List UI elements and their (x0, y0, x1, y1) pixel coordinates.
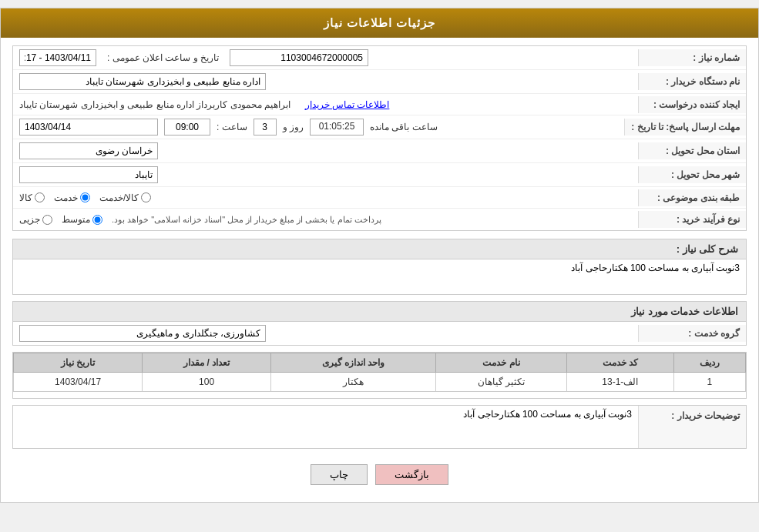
page-wrapper: جزئیات اطلاعات نیاز شماره نیاز : تاریخ و… (0, 8, 759, 503)
announcement-input[interactable] (19, 49, 96, 66)
city-label: شهر محل تحویل : (638, 166, 746, 183)
province-label: استان محل تحویل : (638, 142, 746, 159)
row-buyer-org: نام دستگاه خریدار : (13, 70, 746, 94)
td-row-num: 1 (673, 373, 745, 392)
th-service-name: نام خدمت (436, 353, 567, 373)
province-value-cell (13, 139, 638, 162)
th-date: تاریخ نیاز (14, 353, 143, 373)
th-row-num: ردیف (673, 353, 745, 373)
buyer-org-label: نام دستگاه خریدار : (638, 73, 746, 90)
province-input[interactable] (19, 142, 158, 159)
category-radio-group: کالا/خدمت خدمت کالا (19, 192, 151, 203)
need-summary-area: 3نوبت آبیاری به مساحت 100 هکتارحاجی آباد (12, 259, 747, 295)
need-number-value-cell: تاریخ و ساعت اعلان عمومی : (13, 46, 638, 69)
need-summary-title: شرح کلی نیاز : (12, 239, 747, 259)
announcement-label: تاریخ و ساعت اعلان عمومی : (107, 52, 219, 63)
deadline-remaining-display: 01:05:25 (310, 119, 364, 136)
td-qty: 100 (143, 373, 271, 392)
buyer-description-label: توضیحات خریدار : (638, 406, 746, 448)
radio-kala-label: کالا (19, 192, 32, 203)
radio-jozi-input[interactable] (42, 215, 52, 225)
row-requester: ایجاد کننده درخواست : اطلاعات تماس خریدا… (13, 94, 746, 115)
table-row: 1 الف-1-13 تکثیر گیاهان هکتار 100 1403/0… (14, 373, 746, 392)
category-value-cell: کالا/خدمت خدمت کالا (13, 189, 638, 206)
print-button[interactable]: چاپ (311, 464, 368, 485)
service-group-label: گروه خدمت : (638, 325, 746, 342)
radio-khadamat-label: خدمت (54, 192, 78, 203)
page-header: جزئیات اطلاعات نیاز (1, 8, 758, 38)
row-purchase-type: نوع فرآیند خرید : پرداخت تمام یا بخشی از… (13, 209, 746, 230)
deadline-date-input[interactable] (19, 119, 158, 136)
th-service-code: کد خدمت (566, 353, 673, 373)
requester-value: ابراهیم محمودی کاربرداز اداره منابع طبیع… (19, 99, 291, 110)
purchase-note: پرداخت تمام یا بخشی از مبلغ خریدار از مح… (112, 215, 381, 225)
radio-kala-khadamat-input[interactable] (141, 192, 151, 202)
service-table-header-row: ردیف کد خدمت نام خدمت واحد اندازه گیری ت… (14, 353, 746, 373)
deadline-label: مهلت ارسال پاسخ: تا تاریخ : (624, 119, 746, 136)
td-service-code: الف-1-13 (566, 373, 673, 392)
info-section: شماره نیاز : تاریخ و ساعت اعلان عمومی : … (12, 45, 747, 231)
radio-khadamat: خدمت (54, 192, 90, 203)
service-table-wrapper: ردیف کد خدمت نام خدمت واحد اندازه گیری ت… (12, 352, 747, 399)
buyer-description-area: توضیحات خریدار : 3نوبت آبیاری به مساحت 1… (12, 405, 747, 449)
services-section-title: اطلاعات خدمات مورد نیاز (12, 301, 747, 321)
service-group-info-row: گروه خدمت : (13, 322, 746, 345)
purchase-type-value-cell: پرداخت تمام یا بخشی از مبلغ خریدار از مح… (13, 211, 638, 228)
row-deadline: مهلت ارسال پاسخ: تا تاریخ : ساعت باقی ما… (13, 115, 746, 139)
purchase-radio-group: پرداخت تمام یا بخشی از مبلغ خریدار از مح… (19, 214, 389, 225)
deadline-remaining-label: ساعت باقی مانده (370, 122, 438, 132)
radio-kala-input[interactable] (35, 192, 45, 202)
radio-kala: کالا (19, 192, 45, 203)
radio-kala-khadamat: کالا/خدمت (99, 192, 151, 203)
deadline-datetime-row: ساعت باقی مانده 01:05:25 روز و ساعت : (19, 119, 618, 136)
buyer-description-textarea[interactable]: 3نوبت آبیاری به مساحت 100 هکتارحاجی آباد (13, 406, 638, 448)
td-service-name: تکثیر گیاهان (436, 373, 567, 392)
need-summary-textarea[interactable]: 3نوبت آبیاری به مساحت 100 هکتارحاجی آباد (13, 259, 746, 294)
deadline-days-input[interactable] (254, 119, 277, 136)
main-content: شماره نیاز : تاریخ و ساعت اعلان عمومی : … (1, 38, 758, 502)
radio-khadamat-input[interactable] (80, 192, 90, 202)
requester-value-cell: اطلاعات تماس خریدار ابراهیم محمودی کاربر… (13, 96, 638, 113)
radio-motavaset-input[interactable] (92, 215, 102, 225)
buyer-org-input[interactable] (19, 73, 266, 90)
row-city: شهر محل تحویل : (13, 163, 746, 187)
deadline-time-input[interactable] (164, 119, 210, 136)
need-number-input[interactable] (230, 49, 368, 66)
radio-motavaset-label: متوسط (62, 214, 90, 225)
deadline-time-label: ساعت : (217, 122, 247, 132)
td-date: 1403/04/17 (14, 373, 143, 392)
td-unit: هکتار (271, 373, 436, 392)
row-need-number: شماره نیاز : تاریخ و ساعت اعلان عمومی : (13, 46, 746, 70)
radio-jozi-label: جزیی (19, 214, 40, 225)
th-unit: واحد اندازه گیری (271, 353, 436, 373)
category-label: طبقه بندی موضوعی : (638, 189, 746, 206)
deadline-value-cell: ساعت باقی مانده 01:05:25 روز و ساعت : (13, 115, 624, 139)
row-province: استان محل تحویل : (13, 139, 746, 163)
radio-jozi: جزیی (19, 214, 52, 225)
radio-motavaset: متوسط (62, 214, 102, 225)
buyer-org-value-cell (13, 70, 638, 93)
page-title: جزئیات اطلاعات نیاز (324, 16, 435, 29)
th-qty: تعداد / مقدار (143, 353, 271, 373)
buttons-row: بازگشت چاپ (12, 455, 747, 494)
need-number-label: شماره نیاز : (638, 49, 746, 66)
service-group-row: گروه خدمت : (12, 321, 747, 346)
radio-kala-khadamat-label: کالا/خدمت (99, 192, 139, 203)
purchase-type-label: نوع فرآیند خرید : (638, 211, 746, 228)
service-table: ردیف کد خدمت نام خدمت واحد اندازه گیری ت… (13, 353, 746, 392)
service-group-value-cell (13, 322, 638, 345)
deadline-days-label: روز و (283, 122, 304, 132)
back-button[interactable]: بازگشت (375, 464, 448, 485)
requester-label: ایجاد کننده درخواست : (638, 96, 746, 113)
service-group-input[interactable] (19, 325, 266, 342)
row-category: طبقه بندی موضوعی : کالا/خدمت خدمت (13, 187, 746, 209)
contact-link[interactable]: اطلاعات تماس خریدار (305, 99, 390, 110)
city-value-cell (13, 163, 638, 186)
city-input[interactable] (19, 166, 158, 183)
